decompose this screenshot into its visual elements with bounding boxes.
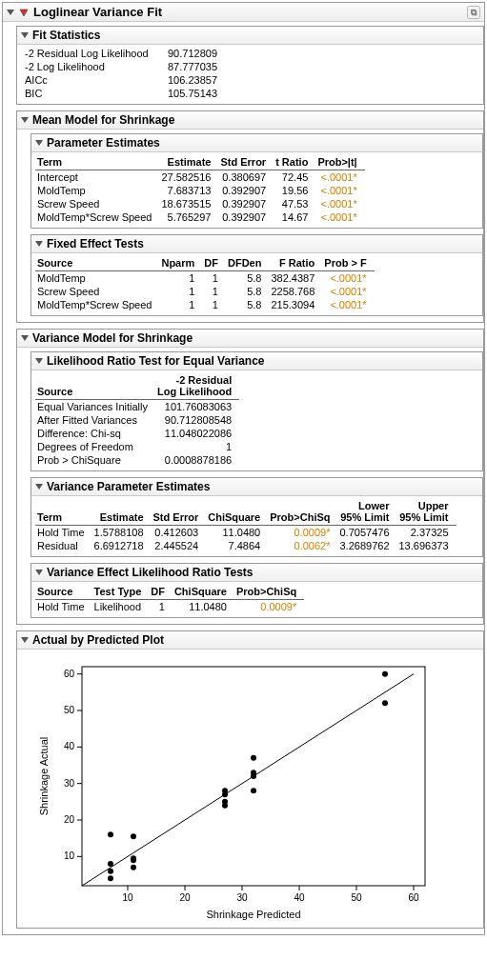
cell-probf: <.0001* [322, 271, 374, 286]
variance-effect-lr-table: Source Test Type DF ChiSquare Prob>ChiSq… [35, 584, 304, 613]
col-stderror: Std Error [152, 498, 207, 526]
disclosure-icon[interactable] [7, 10, 14, 15]
mean-model-header[interactable]: Mean Model for Shrinkage [17, 111, 483, 130]
cell-dfden: 5.8 [226, 298, 269, 311]
col-chisq: ChiSquare [206, 498, 268, 526]
table-row: Hold Time 1.5788108 0.412603 11.0480 0.0… [35, 526, 457, 540]
table-row: Residual 6.6912718 2.445524 7.4864 0.006… [35, 539, 457, 552]
parameter-estimates-header[interactable]: Parameter Estimates [31, 134, 482, 152]
table-row: Degrees of Freedom 1 [35, 440, 239, 453]
fit-statistics-header[interactable]: Fit Statistics [17, 27, 483, 45]
cell-source: After Fitted Variances [35, 413, 155, 427]
cell-df: 1 [202, 271, 226, 286]
cell-probchisq: 0.0062* [268, 539, 337, 552]
col-prob: Prob>|t| [315, 154, 364, 170]
disclosure-icon[interactable] [21, 335, 29, 341]
svg-marker-0 [20, 10, 28, 16]
variance-effect-lr-header[interactable]: Variance Effect Likelihood Ratio Tests [31, 564, 482, 582]
lr-test-header[interactable]: Likelihood Ratio Test for Equal Variance [31, 352, 482, 370]
options-icon[interactable]: ⧉ [467, 6, 480, 19]
cell-estimate: 6.6912718 [92, 539, 152, 552]
section-title: Parameter Estimates [47, 136, 160, 150]
cell-nparm: 1 [159, 271, 202, 286]
svg-text:20: 20 [179, 892, 191, 903]
fixed-effect-tests-section: Fixed Effect Tests Source Nparm DF DFDen… [30, 234, 483, 316]
cell-stderror: 0.392907 [218, 210, 274, 224]
data-point [131, 833, 136, 839]
cell-df: 1 [149, 600, 172, 614]
variance-param-estimates-header[interactable]: Variance Parameter Estimates [31, 478, 482, 496]
main-header[interactable]: Loglinear Variance Fit ⧉ [3, 3, 484, 22]
table-row: MoldTemp*Screw Speed 5.765297 0.392907 1… [35, 210, 365, 224]
actual-by-predicted-section: Actual by Predicted Plot 102030405060102… [16, 630, 484, 929]
col-tratio: t Ratio [274, 154, 315, 170]
cell-estimate: 27.582516 [159, 170, 218, 185]
col-fratio: F Ratio [269, 255, 322, 271]
cell-df: 1 [202, 285, 226, 298]
svg-text:40: 40 [294, 892, 305, 903]
svg-text:50: 50 [64, 705, 75, 715]
cell-fratio: 215.3094 [269, 298, 322, 311]
disclosure-icon[interactable] [35, 358, 43, 364]
disclosure-icon[interactable] [21, 32, 29, 38]
cell-stderror: 0.392907 [218, 184, 274, 197]
cell-prob: <.0001* [315, 210, 364, 224]
cell-estimate: 18.673515 [159, 197, 218, 210]
data-point [222, 799, 228, 805]
svg-text:50: 50 [351, 892, 362, 903]
table-row: Equal Variances Initially 101.76083063 [35, 400, 239, 414]
cell-chisq: 7.4864 [206, 539, 268, 552]
section-title: Variance Model for Shrinkage [32, 331, 193, 345]
section-title: Variance Effect Likelihood Ratio Tests [47, 566, 254, 579]
cell-value: 90.712808548 [155, 413, 239, 427]
fixed-effect-tests-header[interactable]: Fixed Effect Tests [31, 235, 482, 253]
data-point [251, 788, 256, 793]
section-title: Likelihood Ratio Test for Equal Variance [47, 354, 265, 368]
disclosure-icon[interactable] [21, 117, 29, 123]
cell-source: Equal Variances Initially [35, 400, 155, 414]
cell-source: Prob > ChiSquare [35, 453, 155, 467]
disclosure-icon[interactable] [35, 570, 43, 575]
cell-stderror: 0.412603 [152, 526, 207, 540]
disclosure-icon[interactable] [21, 637, 29, 643]
cell-stderror: 2.445524 [152, 539, 207, 552]
variance-model-header[interactable]: Variance Model for Shrinkage [17, 330, 483, 348]
cell-prob: <.0001* [315, 184, 364, 197]
cell-testtype: Likelihood [92, 600, 150, 614]
col-nparm: Nparm [159, 255, 202, 271]
table-row: Difference: Chi-sq 11.048022086 [35, 427, 239, 440]
table-row: MoldTemp 1 1 5.8 382.4387 <.0001* [35, 271, 375, 286]
svg-text:10: 10 [64, 850, 75, 861]
disclosure-icon[interactable] [35, 241, 43, 247]
parameter-estimates-table: Term Estimate Std Error t Ratio Prob>|t|… [35, 154, 365, 224]
stat-value: 105.75143 [164, 87, 221, 100]
col-ll: -2 Residual Log Likelihood [155, 372, 239, 400]
section-title: Fit Statistics [32, 29, 100, 42]
table-row: After Fitted Variances 90.712808548 [35, 413, 239, 427]
red-triangle-icon[interactable] [18, 7, 30, 18]
col-df: DF [149, 584, 172, 600]
cell-tratio: 14.67 [274, 210, 315, 224]
actual-by-predicted-header[interactable]: Actual by Predicted Plot [17, 631, 483, 650]
cell-estimate: 5.765297 [159, 210, 218, 224]
col-lower: Lower 95% Limit [338, 498, 397, 526]
cell-term: Hold Time [35, 526, 92, 540]
stat-value: 90.712809 [164, 47, 221, 60]
cell-chisq: 11.0480 [172, 600, 234, 614]
data-point [131, 855, 136, 861]
data-point [222, 788, 228, 793]
disclosure-icon[interactable] [35, 140, 43, 146]
y-axis-label: Shrinkage Actual [38, 737, 50, 816]
table-row: -2 Log Likelihood87.777035 [21, 60, 479, 73]
cell-nparm: 1 [159, 298, 202, 311]
cell-fratio: 382.4387 [269, 271, 322, 286]
disclosure-icon[interactable] [35, 484, 43, 490]
cell-estimate: 7.683713 [159, 184, 218, 197]
table-row: MoldTemp*Screw Speed 1 1 5.8 215.3094 <.… [35, 298, 375, 311]
loglinear-variance-fit-panel: Loglinear Variance Fit ⧉ Fit Statistics … [2, 2, 485, 935]
cell-dfden: 5.8 [226, 285, 269, 298]
col-stderror: Std Error [218, 154, 274, 170]
table-row: Screw Speed 1 1 5.8 2258.768 <.0001* [35, 285, 375, 298]
cell-lower: 0.7057476 [338, 526, 397, 540]
mean-model-section: Mean Model for Shrinkage Parameter Estim… [16, 110, 484, 323]
